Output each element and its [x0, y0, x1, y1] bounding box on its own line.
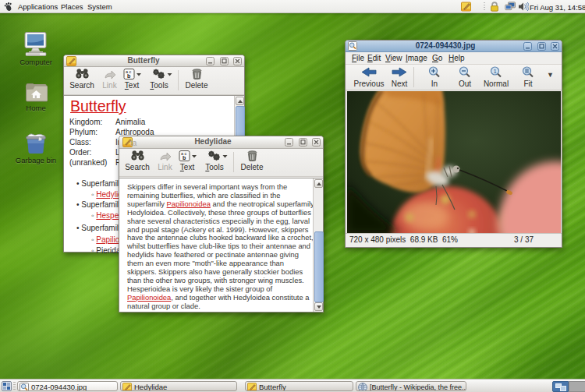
svg-text:b: b — [127, 73, 130, 79]
svg-text:b: b — [183, 155, 186, 161]
svg-text:1: 1 — [493, 69, 496, 74]
